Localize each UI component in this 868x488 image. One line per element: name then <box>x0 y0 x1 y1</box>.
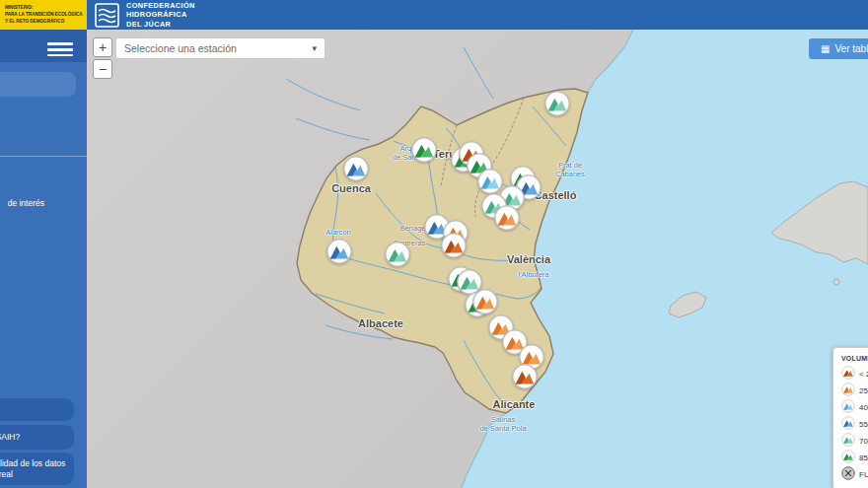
reservoir-marker-icon <box>841 416 855 434</box>
reservoir-marker-icon <box>841 366 855 383</box>
city-label: Albacete <box>358 317 403 329</box>
chevron-down-icon: ▾ <box>312 43 317 53</box>
ver-tabla-button[interactable]: ▦ Ver tabla <box>809 38 868 59</box>
sidebar-divider <box>0 156 87 157</box>
city-label: València <box>507 253 550 265</box>
map-canvas[interactable]: Arquillo de San BlasPrat de Cabanesl'Alb… <box>87 30 868 488</box>
table-icon: ▦ <box>821 43 830 54</box>
legend-item: 25 - 40 <box>841 383 868 399</box>
legend-item-label: FUERA DE SERVICIO <box>859 470 868 479</box>
station-marker[interactable] <box>544 91 571 117</box>
reservoir-marker-icon <box>841 450 855 467</box>
legend-rows: < 25 25 - 40 40 - 55 55 - 70 70 - 85 85 <box>841 366 868 483</box>
station-marker[interactable] <box>472 289 499 315</box>
ministry-line2: PARA LA TRANSICIÓN ECOLÓGICA <box>5 11 87 18</box>
city-label: Cuenca <box>331 182 371 194</box>
legend-item-label: 85 - 100 <box>859 453 868 462</box>
org-name: CONFEDERACIÓN HIDROGRÁFICA DEL JÚCAR <box>126 1 195 29</box>
sidebar-item-interes[interactable]: de interés <box>8 198 44 208</box>
map-overlay: Arquillo de San BlasPrat de Cabanesl'Alb… <box>87 30 868 488</box>
legend-item-label: 70 - 85 <box>859 437 868 446</box>
sidebar-item-active[interactable] <box>0 72 76 97</box>
station-marker[interactable] <box>343 156 370 182</box>
legend-title: VOLUMEN EMBALSADO (%) <box>841 355 868 362</box>
legend-item: < 25 <box>841 366 868 383</box>
legend-item-label: 25 - 40 <box>859 386 868 395</box>
sidebar-menu-bar <box>0 30 87 62</box>
station-marker[interactable] <box>385 242 411 268</box>
sidebar-button-aviso-provisionalidad[interactable]: Aviso sobre la provisionalidad de los da… <box>0 453 74 485</box>
station-marker[interactable] <box>512 364 539 390</box>
legend-item-label: < 25 <box>859 370 868 379</box>
sidebar-body: de interés ¿Qué es el SAIH? Aviso sobre … <box>0 62 87 488</box>
legend-item-label: 55 - 70 <box>859 420 868 429</box>
sidebar-button-que-es-saih[interactable]: ¿Qué es el SAIH? <box>0 425 74 450</box>
org-line2: HIDROGRÁFICA <box>126 10 195 19</box>
zoom-in-button[interactable]: + <box>93 37 112 57</box>
ministry-line3: Y EL RETO DEMOGRÁFICO <box>5 18 87 25</box>
place-label: l'Albufera <box>518 270 548 279</box>
app-header: CONFEDERACIÓN HIDROGRÁFICA DEL JÚCAR <box>87 0 868 30</box>
legend-item: 85 - 100 <box>841 450 868 466</box>
legend-item: 40 - 55 <box>841 399 868 416</box>
sidebar: MINISTERIO: PARA LA TRANSICIÓN ECOLÓGICA… <box>0 0 87 488</box>
hamburger-menu-icon[interactable] <box>47 39 73 60</box>
legend-item-out-of-service: FUERA DE SERVICIO <box>841 466 868 483</box>
reservoir-marker-icon <box>841 383 855 400</box>
chj-logo-icon <box>95 3 119 28</box>
legend-item-label: 40 - 55 <box>859 403 868 412</box>
sidebar-button-1[interactable] <box>0 398 74 421</box>
station-marker[interactable] <box>411 137 438 164</box>
city-label: Alicante <box>493 398 536 410</box>
out-of-service-icon <box>841 466 855 484</box>
station-select-placeholder: Seleccione una estación <box>124 42 237 54</box>
reservoir-marker-icon <box>841 399 855 417</box>
app-window: CONFEDERACIÓN HIDROGRÁFICA DEL JÚCAR MIN… <box>0 0 868 488</box>
station-select[interactable]: Seleccione una estación ▾ <box>115 37 326 59</box>
station-marker[interactable] <box>326 239 353 265</box>
ver-tabla-label: Ver tabla <box>834 43 868 54</box>
station-marker[interactable] <box>494 205 521 232</box>
ministry-logo: MINISTERIO: PARA LA TRANSICIÓN ECOLÓGICA… <box>0 0 87 30</box>
org-line3: DEL JÚCAR <box>126 20 195 29</box>
place-label: Alarcón <box>326 228 350 237</box>
station-marker[interactable] <box>441 233 468 259</box>
zoom-out-button[interactable]: − <box>93 59 112 79</box>
volume-legend: VOLUMEN EMBALSADO (%) < 25 25 - 40 40 - … <box>832 347 868 488</box>
org-line1: CONFEDERACIÓN <box>126 1 195 10</box>
place-label: Prat de Cabanes <box>555 161 585 178</box>
legend-item: 55 - 70 <box>841 416 868 433</box>
ministry-line1: MINISTERIO: <box>5 4 87 11</box>
legend-item: 70 - 85 <box>841 433 868 450</box>
place-label: Salinas de Santa Pola <box>479 415 526 433</box>
reservoir-marker-icon <box>841 433 855 451</box>
